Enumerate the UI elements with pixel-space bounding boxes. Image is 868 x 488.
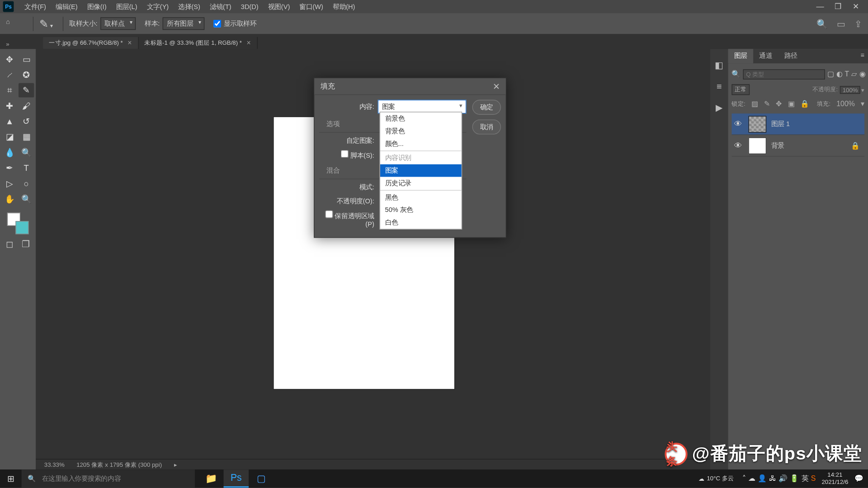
move-tool-icon[interactable]: ✥ [2, 52, 17, 66]
tray-input-icon[interactable]: S [811, 474, 816, 483]
weather-widget[interactable]: ☁ 10°C 多云 [698, 474, 734, 483]
script-checkbox[interactable] [341, 150, 349, 158]
fill-value[interactable]: 100% [836, 100, 855, 108]
menu-layer[interactable]: 图层(L) [111, 0, 142, 13]
history-panel-icon[interactable]: ◧ [715, 60, 723, 70]
menu-file[interactable]: 文件(F) [20, 0, 51, 13]
eye-icon[interactable]: 👁 [734, 141, 744, 150]
layer-row[interactable]: 👁 背景 🔒 [731, 135, 864, 157]
layer-type-filter[interactable] [743, 69, 825, 79]
window-min-icon[interactable]: — [811, 0, 829, 13]
lock-artboard-icon[interactable]: ▣ [788, 100, 795, 108]
pen-tool-icon[interactable]: ✒ [2, 161, 17, 175]
eye-icon[interactable]: 👁 [734, 119, 744, 128]
layer-thumbnail[interactable] [749, 116, 767, 132]
menu-window[interactable]: 窗口(W) [295, 0, 328, 13]
lasso-tool-icon[interactable]: ⟋ [2, 67, 17, 82]
taskbar-search[interactable]: 🔍 在这里输入你要搜索的内容 [22, 469, 195, 488]
lock-position-icon[interactable]: ✥ [776, 100, 782, 108]
zoom-value[interactable]: 33.33% [44, 461, 65, 468]
lock-all-icon[interactable]: 🔒 [800, 100, 809, 108]
taskbar-app-icon[interactable]: ▢ [249, 469, 274, 488]
zoom-tool-icon[interactable]: 🔍 [19, 192, 34, 206]
tab-paths[interactable]: 路径 [778, 49, 804, 63]
home-icon[interactable]: ⌂ [6, 18, 18, 29]
dropdown-option[interactable]: 前景色 [380, 113, 462, 125]
menu-view[interactable]: 视图(V) [263, 0, 295, 13]
window-close-icon[interactable]: ✕ [847, 0, 865, 13]
cancel-button[interactable]: 取消 [472, 119, 501, 134]
layer-name[interactable]: 图层 1 [771, 119, 862, 128]
stamp-tool-icon[interactable]: ▲ [2, 114, 17, 129]
menu-filter[interactable]: 滤镜(T) [205, 0, 236, 13]
path-select-tool-icon[interactable]: ▷ [2, 176, 17, 191]
dropdown-option[interactable]: 颜色... [380, 137, 462, 150]
history-brush-tool-icon[interactable]: ↺ [19, 114, 34, 129]
properties-panel-icon[interactable]: ≡ [717, 81, 722, 91]
ok-button[interactable]: 确定 [472, 100, 501, 115]
tray-network-icon[interactable]: 🖧 [769, 474, 776, 483]
preserve-transparency-checkbox[interactable] [325, 210, 333, 218]
lock-paint-icon[interactable]: ✎ [764, 100, 770, 108]
tray-ime-icon[interactable]: 英 [802, 474, 809, 483]
quick-mask-icon[interactable]: ◻ [6, 239, 13, 250]
tray-people-icon[interactable]: 👤 [758, 474, 767, 483]
menu-edit[interactable]: 编辑(E) [51, 0, 82, 13]
marquee-tool-icon[interactable]: ▭ [19, 52, 34, 66]
eraser-tool-icon[interactable]: ◪ [2, 130, 17, 144]
shape-tool-icon[interactable]: ○ [19, 176, 34, 191]
menu-image[interactable]: 图像(I) [82, 0, 111, 13]
dropdown-option[interactable]: 50% 灰色 [380, 204, 462, 216]
menu-3d[interactable]: 3D(D) [236, 0, 263, 13]
notifications-icon[interactable]: 💬 [854, 474, 863, 483]
heal-tool-icon[interactable]: ✚ [2, 99, 17, 113]
menu-help[interactable]: 帮助(H) [328, 0, 360, 13]
window-restore-icon[interactable]: ❐ [829, 0, 847, 13]
blend-mode-dropdown[interactable]: 正常 [731, 84, 750, 95]
layer-row[interactable]: 👁 图层 1 [731, 113, 864, 135]
screen-mode-icon[interactable]: ❐ [22, 239, 29, 250]
dialog-titlebar[interactable]: 填充 ✕ [315, 78, 506, 95]
dropdown-option[interactable]: 图案 [380, 164, 462, 177]
gradient-tool-icon[interactable]: ▦ [19, 130, 34, 144]
dropdown-option[interactable]: 白色 [380, 216, 462, 229]
tray-onedrive-icon[interactable]: ☁ [748, 474, 755, 483]
document-tab[interactable]: 未标题-1 @ 33.3% (图层 1, RGB/8) * × [138, 37, 257, 49]
brush-tool-icon[interactable]: 🖌 [19, 99, 34, 113]
sample-size-dropdown[interactable]: 取样点 [100, 17, 136, 30]
tab-close-icon[interactable]: × [127, 39, 132, 47]
filter-adjust-icon[interactable]: ◐ [836, 70, 842, 79]
tab-close-icon[interactable]: × [246, 39, 250, 47]
play-panel-icon[interactable]: ▶ [716, 102, 723, 113]
filter-image-icon[interactable]: ▢ [827, 70, 834, 79]
layer-thumbnail[interactable] [749, 137, 767, 154]
tab-channels[interactable]: 通道 [753, 49, 778, 63]
tab-layers[interactable]: 图层 [728, 49, 754, 63]
menu-type[interactable]: 文字(Y) [142, 0, 174, 13]
search-icon[interactable]: 🔍 [816, 18, 828, 29]
dropdown-option[interactable]: 历史记录 [380, 177, 462, 189]
eyedropper-tool-icon[interactable]: ✎ [19, 83, 34, 98]
document-dims[interactable]: 1205 像素 x 1795 像素 (300 ppi) [76, 460, 162, 469]
tray-chevron-icon[interactable]: ˄ [742, 474, 746, 483]
start-button[interactable]: ⊞ [0, 474, 22, 483]
opacity-value[interactable]: 100% [840, 86, 860, 94]
show-ring-checkbox[interactable] [213, 20, 221, 28]
background-color[interactable] [15, 221, 28, 234]
filter-shape-icon[interactable]: ▱ [851, 70, 857, 79]
tray-battery-icon[interactable]: 🔋 [790, 474, 799, 483]
menu-select[interactable]: 选择(S) [174, 0, 205, 13]
dropdown-option[interactable]: 黑色 [380, 191, 462, 204]
workspace-icon[interactable]: ▭ [837, 18, 845, 29]
status-disclosure-icon[interactable]: ▸ [174, 461, 177, 468]
filter-type-icon[interactable]: T [844, 70, 849, 79]
layer-name[interactable]: 背景 [771, 141, 846, 150]
blur-tool-icon[interactable]: 💧 [2, 145, 17, 160]
dropdown-option[interactable]: 背景色 [380, 125, 462, 137]
share-icon[interactable]: ⇪ [854, 18, 862, 29]
tray-volume-icon[interactable]: 🔊 [778, 474, 788, 483]
dodge-tool-icon[interactable]: 🔍 [19, 145, 34, 160]
taskbar-clock[interactable]: 14:21 2021/12/6 [818, 471, 852, 486]
quick-select-tool-icon[interactable]: ✪ [19, 67, 34, 82]
filter-smart-icon[interactable]: ◉ [859, 70, 865, 79]
